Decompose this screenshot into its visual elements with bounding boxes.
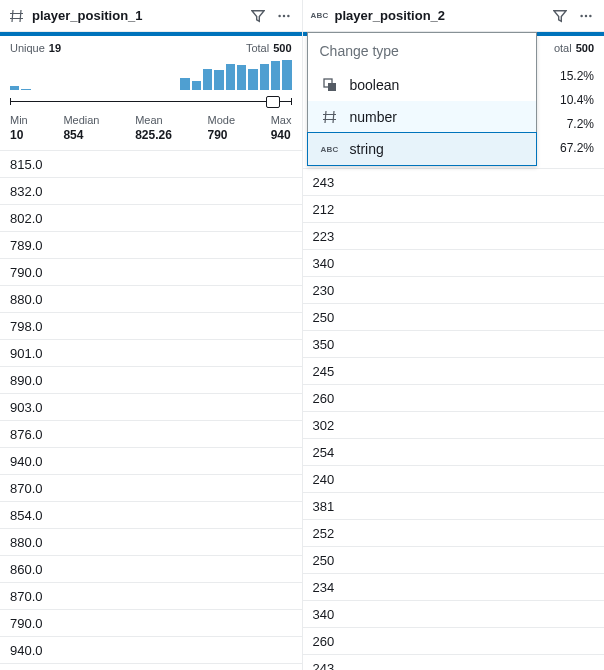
- table-row[interactable]: 940.0: [0, 636, 302, 663]
- column-title: player_position_2: [335, 8, 545, 23]
- table-row[interactable]: 870.0: [0, 474, 302, 501]
- table-row[interactable]: 212: [303, 195, 605, 222]
- dropdown-item-label: string: [350, 141, 384, 157]
- table-row[interactable]: 252: [303, 519, 605, 546]
- histogram-bar: [180, 78, 189, 91]
- table-row[interactable]: 870.0: [0, 582, 302, 609]
- dropdown-title: Change type: [308, 33, 536, 69]
- table-row[interactable]: 340: [303, 600, 605, 627]
- data-rows: 2432122233402302503502452603022542403812…: [303, 168, 605, 670]
- svg-point-1: [282, 14, 284, 16]
- table-row[interactable]: 790.0: [0, 258, 302, 285]
- table-row[interactable]: 815.0: [0, 150, 302, 177]
- table-row[interactable]: 254: [303, 438, 605, 465]
- column-header[interactable]: player_position_1: [0, 0, 302, 32]
- table-row[interactable]: 798.0: [0, 312, 302, 339]
- range-handle[interactable]: [266, 96, 280, 108]
- filter-icon[interactable]: [248, 6, 268, 26]
- histogram-bar: [10, 86, 19, 90]
- histogram-bar: [260, 64, 269, 90]
- svg-point-5: [589, 14, 591, 16]
- table-row[interactable]: 302: [303, 411, 605, 438]
- table-row[interactable]: 890.0: [0, 366, 302, 393]
- data-rows: 815.0832.0802.0789.0790.0880.0798.0901.0…: [0, 150, 302, 670]
- table-row[interactable]: 903.0: [0, 393, 302, 420]
- table-row[interactable]: 876.0: [0, 420, 302, 447]
- column-header[interactable]: ABC player_position_2: [303, 0, 605, 32]
- dropdown-item-string[interactable]: ABC string: [307, 132, 537, 166]
- table-row[interactable]: 230: [303, 276, 605, 303]
- table-row[interactable]: 250: [303, 303, 605, 330]
- histogram-bar: [271, 61, 280, 90]
- histogram-bar: [226, 64, 235, 90]
- dropdown-item-label: boolean: [350, 77, 400, 93]
- table-row[interactable]: 901.0: [0, 339, 302, 366]
- svg-point-4: [585, 14, 587, 16]
- dropdown-item-number[interactable]: number: [308, 101, 536, 133]
- table-row[interactable]: 250: [303, 546, 605, 573]
- table-row[interactable]: 880.0: [0, 285, 302, 312]
- stats-row: Unique19 Total500: [0, 36, 302, 56]
- number-icon: [320, 110, 340, 124]
- histogram-bar: [282, 60, 291, 90]
- more-icon[interactable]: [274, 6, 294, 26]
- column-player-position-1: player_position_1 Unique19 Total500 Min1…: [0, 0, 303, 670]
- table-row[interactable]: 243: [303, 168, 605, 195]
- table-row[interactable]: 260: [303, 384, 605, 411]
- column-title: player_position_1: [32, 8, 242, 23]
- histogram-bar: [214, 70, 223, 90]
- dropdown-item-label: number: [350, 109, 397, 125]
- histogram-bar: [21, 89, 30, 90]
- histogram-bar: [203, 69, 212, 90]
- table-row[interactable]: 234: [303, 573, 605, 600]
- histogram-bar: [192, 81, 201, 90]
- table-row[interactable]: 854.0: [0, 501, 302, 528]
- table-row[interactable]: 245: [303, 357, 605, 384]
- more-icon[interactable]: [576, 6, 596, 26]
- boolean-icon: [320, 78, 340, 92]
- table-row[interactable]: 789.0: [0, 231, 302, 258]
- string-icon: ABC: [320, 145, 340, 154]
- table-row[interactable]: 350: [303, 330, 605, 357]
- svg-point-0: [278, 14, 280, 16]
- table-row[interactable]: 243: [303, 654, 605, 670]
- table-row[interactable]: 340: [303, 249, 605, 276]
- table-row[interactable]: 802.0: [0, 204, 302, 231]
- table-row[interactable]: 260: [303, 627, 605, 654]
- svg-rect-7: [328, 83, 336, 91]
- table-row[interactable]: 880.0: [0, 528, 302, 555]
- string-type-icon: ABC: [311, 11, 329, 20]
- svg-point-3: [580, 14, 582, 16]
- table-row[interactable]: 940.0: [0, 447, 302, 474]
- table-row[interactable]: 892.0: [0, 663, 302, 670]
- dropdown-item-boolean[interactable]: boolean: [308, 69, 536, 101]
- table-row[interactable]: 832.0: [0, 177, 302, 204]
- histogram: [0, 56, 302, 90]
- table-row[interactable]: 860.0: [0, 555, 302, 582]
- table-row[interactable]: 381: [303, 492, 605, 519]
- summary-stats: Min10 Median854 Mean825.26 Mode790 Max94…: [0, 110, 302, 150]
- histogram-bar: [237, 65, 246, 90]
- change-type-dropdown: Change type boolean number ABC string: [307, 32, 537, 166]
- svg-point-2: [287, 14, 289, 16]
- number-type-icon: [8, 9, 26, 23]
- table-row[interactable]: 240: [303, 465, 605, 492]
- table-row[interactable]: 790.0: [0, 609, 302, 636]
- table-row[interactable]: 223: [303, 222, 605, 249]
- range-slider[interactable]: [10, 96, 292, 108]
- histogram-bar: [248, 69, 257, 90]
- column-player-position-2: ABC player_position_2 otal500 15.2%10.4%…: [303, 0, 605, 670]
- filter-icon[interactable]: [550, 6, 570, 26]
